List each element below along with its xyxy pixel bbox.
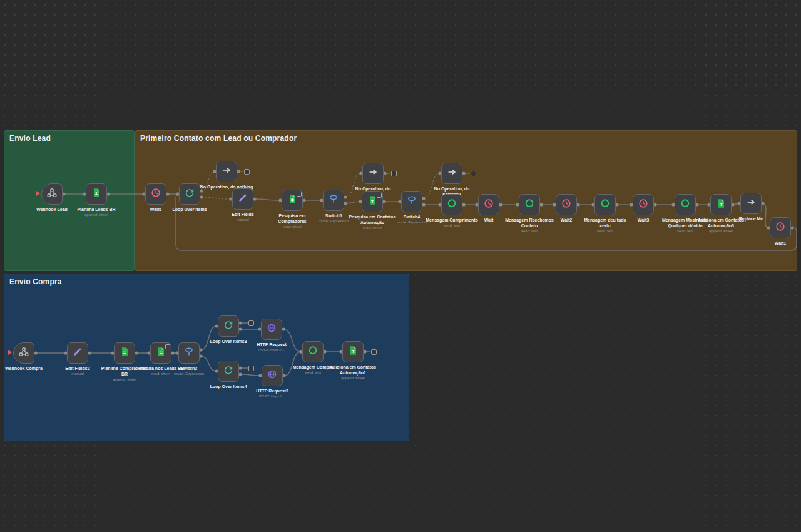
pencil-icon [237,192,248,206]
node-webhook-compra[interactable] [13,342,34,364]
node-noop2[interactable] [441,163,462,184]
trigger-marker-icon [8,350,12,355]
globe-icon [266,322,277,336]
connections-layer [0,0,801,532]
arrow-icon [221,165,232,178]
node-m-compra[interactable] [302,341,324,362]
webhook-icon [46,187,58,201]
node-wait[interactable] [478,194,499,215]
node-noop1[interactable] [362,163,384,184]
whatsapp-icon [680,198,691,212]
node-webhook-lead[interactable] [41,183,63,205]
node-edit-fields2[interactable] [67,342,88,364]
node-switch5[interactable] [323,190,344,211]
node-loop-over-items[interactable] [179,183,200,205]
connection-stub[interactable] [391,171,397,176]
workflow-canvas[interactable]: Envio Lead Primeiro Contato com Lead ou … [0,0,801,532]
whatsapp-icon [307,345,319,359]
node-m-deu-tudo[interactable] [594,194,616,215]
sheets-icon [91,187,102,201]
whatsapp-icon [524,198,535,212]
node-m-recebemos[interactable] [519,194,540,215]
node-switch3[interactable] [178,342,200,364]
node-loop4[interactable] [218,361,239,382]
wait-icon [150,187,161,201]
wait-icon [775,221,786,235]
arrow-icon [446,166,457,180]
connection-stub[interactable] [248,366,254,371]
node-wait3[interactable] [633,194,654,215]
connection-stub[interactable] [244,169,250,175]
loop-icon [184,187,195,201]
node-pesquisa-contatos[interactable] [362,191,383,212]
whatsapp-icon [446,198,457,212]
switch-icon [406,195,417,208]
node-adiciona1[interactable] [342,341,364,362]
node-switch4[interactable] [401,191,422,212]
node-m-mostrando[interactable] [675,194,696,215]
sheets-icon [119,346,130,360]
node-planilha-compradores[interactable] [114,342,135,364]
node-adiciona3[interactable] [710,194,732,215]
tool-badge-icon [297,192,302,197]
switch-icon [328,193,339,207]
wait-icon [561,198,572,212]
whatsapp-icon [599,198,611,212]
wait-icon [638,198,649,212]
node-procura-leads[interactable] [150,342,171,364]
loop-icon [223,364,234,378]
switch-icon [183,346,195,360]
tool-badge-icon [165,344,170,349]
sheets-icon [715,198,727,212]
tool-badge-icon [377,193,382,198]
node-pesquisa-compradores[interactable] [282,190,303,211]
arrow-icon [745,197,757,210]
node-loop3[interactable] [218,315,239,337]
node-m-cumprimento[interactable] [441,194,462,215]
wait-icon [483,198,494,212]
connection-stub[interactable] [248,320,254,326]
webhook-icon [18,346,29,360]
connection-stub[interactable] [471,171,476,176]
node-wait6[interactable] [145,183,166,205]
trigger-marker-icon [36,191,40,196]
arrow-icon [367,166,379,180]
node-wait2[interactable] [556,194,577,215]
connection-stub[interactable] [371,349,377,355]
sheets-icon [347,345,359,359]
globe-icon [267,369,278,382]
node-http-request[interactable] [261,319,282,340]
node-planilha-leads-br[interactable] [86,183,107,205]
loop-icon [223,319,234,333]
pencil-icon [72,346,83,360]
node-wait1[interactable] [770,217,791,238]
node-edit-fields[interactable] [232,188,253,210]
node-replace-me[interactable] [740,193,762,214]
node-noop[interactable] [216,161,237,182]
node-http-request3[interactable] [262,365,283,386]
